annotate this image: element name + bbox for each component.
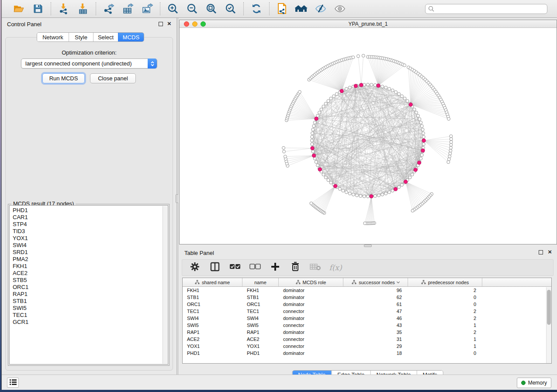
table-row[interactable]: TEC1TEC1connector472: [183, 308, 551, 315]
table-cell[interactable]: FKH1: [242, 287, 279, 294]
table-cell[interactable]: 43: [343, 322, 408, 329]
network-node[interactable]: [310, 139, 313, 142]
network-node[interactable]: [449, 152, 452, 155]
criterion-select[interactable]: largest connected component (undirected): [21, 58, 157, 69]
zoom-out-button[interactable]: [186, 2, 199, 15]
network-node[interactable]: [345, 87, 348, 90]
tab-network[interactable]: Network: [37, 33, 69, 41]
import-table-button[interactable]: [76, 2, 90, 15]
table-cell[interactable]: SWI5: [183, 322, 242, 329]
table-cell[interactable]: 31: [343, 336, 408, 343]
mcds-result-item[interactable]: PMA2: [13, 256, 168, 263]
network-node[interactable]: [388, 191, 391, 194]
column-header-MCDS-role[interactable]: MCDS role: [279, 278, 343, 286]
network-node[interactable]: [422, 135, 425, 138]
network-node[interactable]: [413, 108, 416, 111]
table-cell[interactable]: 47: [343, 308, 408, 315]
network-node[interactable]: [374, 194, 377, 197]
home-button[interactable]: [295, 2, 308, 15]
network-node[interactable]: [348, 86, 351, 89]
delete-table-button[interactable]: [310, 262, 321, 273]
table-row[interactable]: ORC1ORC1dominator610: [183, 301, 551, 308]
close-panel-button[interactable]: Close panel: [90, 73, 136, 83]
network-node[interactable]: [282, 146, 285, 149]
network-node[interactable]: [450, 141, 453, 144]
column-header-predecessor-nodes[interactable]: predecessor nodes: [408, 278, 482, 286]
network-node[interactable]: [310, 202, 313, 205]
mcds-result-item[interactable]: STB1: [13, 298, 168, 305]
network-node[interactable]: [284, 155, 287, 158]
mcds-result-item[interactable]: YOX1: [13, 235, 168, 242]
network-node[interactable]: [419, 157, 422, 160]
network-node[interactable]: [342, 189, 345, 192]
network-node[interactable]: [367, 195, 370, 198]
table-cell[interactable]: 2: [408, 329, 482, 336]
mcds-list-scrollbar[interactable]: [163, 206, 167, 364]
network-node[interactable]: [398, 186, 401, 189]
close-panel-icon[interactable]: ×: [167, 20, 171, 28]
network-node[interactable]: [448, 155, 451, 158]
network-node[interactable]: [367, 83, 370, 86]
network-node[interactable]: [408, 176, 412, 179]
table-cell[interactable]: connector: [279, 322, 343, 329]
network-node[interactable]: [318, 111, 321, 114]
export-network-button[interactable]: [102, 2, 115, 15]
network-node[interactable]: [419, 121, 422, 124]
mcds-result-item[interactable]: SWI5: [13, 305, 168, 312]
mcds-node[interactable]: [315, 117, 318, 120]
network-node[interactable]: [311, 132, 314, 135]
table-row[interactable]: ACE2ACE2connector311: [183, 336, 551, 343]
network-node[interactable]: [320, 108, 323, 111]
table-settings-button[interactable]: [189, 262, 201, 273]
function-builder-button[interactable]: f(x): [330, 262, 341, 273]
network-window-titlebar[interactable]: YPA_prune.txt_1: [180, 20, 557, 28]
network-node[interactable]: [403, 97, 406, 100]
table-row[interactable]: PHD1PHD1dominator180: [183, 350, 551, 357]
mcds-node[interactable]: [377, 84, 380, 87]
import-network-button[interactable]: [57, 2, 70, 15]
mcds-result-item[interactable]: PHD1: [13, 207, 168, 214]
mcds-node[interactable]: [312, 154, 316, 157]
table-cell[interactable]: SWI5: [242, 322, 279, 329]
mcds-node[interactable]: [404, 180, 408, 183]
mcds-result-item[interactable]: STB5: [13, 277, 168, 284]
mcds-result-item[interactable]: STP4: [13, 221, 168, 228]
network-node[interactable]: [324, 102, 327, 105]
mcds-node[interactable]: [340, 89, 343, 93]
table-cell[interactable]: connector: [279, 343, 343, 350]
column-header-name[interactable]: name: [242, 278, 279, 286]
select-all-button[interactable]: [229, 262, 241, 273]
table-row[interactable]: SWI5SWI5connector431: [183, 322, 551, 329]
table-cell[interactable]: 46: [343, 315, 408, 322]
network-node[interactable]: [422, 132, 425, 135]
network-node[interactable]: [322, 173, 325, 176]
tab-mcds[interactable]: MCDS: [118, 33, 144, 41]
table-cell[interactable]: dominator: [279, 294, 343, 301]
network-node[interactable]: [415, 111, 418, 114]
network-node[interactable]: [420, 154, 423, 157]
table-cell[interactable]: YOX1: [242, 343, 279, 350]
open-button[interactable]: [12, 2, 25, 15]
table-row[interactable]: YOX1YOX1connector291: [183, 343, 551, 350]
network-node[interactable]: [449, 149, 452, 152]
network-node[interactable]: [348, 192, 351, 195]
mcds-result-item[interactable]: SRD1: [13, 249, 168, 256]
memory-button[interactable]: Memory: [517, 378, 551, 388]
tab-style[interactable]: Style: [69, 33, 93, 41]
column-header-successor-nodes[interactable]: successor nodes: [343, 278, 408, 286]
mcds-result-item[interactable]: TEC1: [13, 312, 168, 319]
float-panel-icon[interactable]: [159, 22, 163, 26]
network-node[interactable]: [298, 90, 301, 93]
network-node[interactable]: [450, 146, 453, 149]
network-node[interactable]: [356, 194, 359, 197]
network-node[interactable]: [394, 91, 398, 94]
network-node[interactable]: [398, 93, 401, 96]
network-node[interactable]: [400, 183, 403, 186]
search-input[interactable]: [425, 4, 547, 14]
network-node[interactable]: [338, 187, 341, 190]
table-cell[interactable]: RAP1: [242, 329, 279, 336]
table-cell[interactable]: 29: [343, 343, 408, 350]
float-panel-icon[interactable]: [539, 250, 543, 254]
mcds-node[interactable]: [414, 168, 417, 172]
zoom-selected-button[interactable]: [224, 2, 237, 15]
